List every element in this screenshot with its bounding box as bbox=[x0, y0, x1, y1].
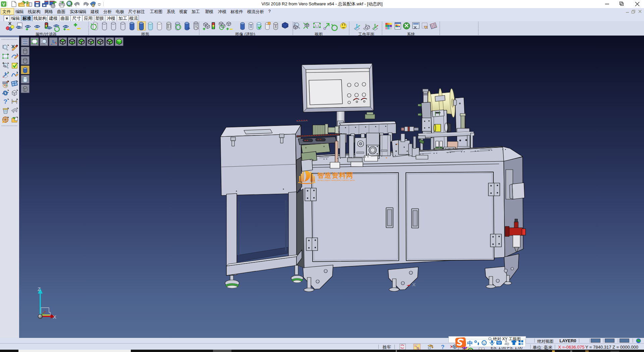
svg-text:中: 中 bbox=[467, 340, 473, 347]
svg-text:7: 7 bbox=[507, 343, 508, 345]
